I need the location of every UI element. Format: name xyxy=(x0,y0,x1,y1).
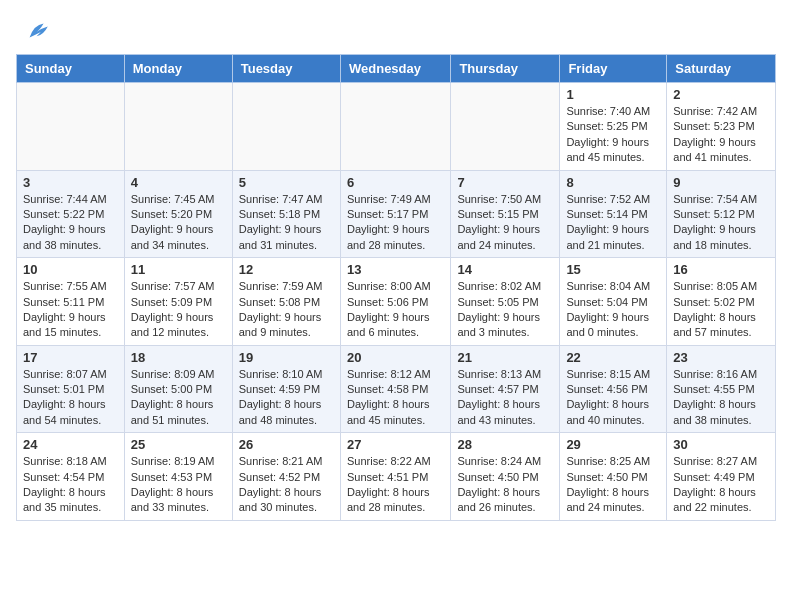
calendar-day-header: Wednesday xyxy=(340,55,450,83)
calendar-cell: 25Sunrise: 8:19 AM Sunset: 4:53 PM Dayli… xyxy=(124,433,232,521)
day-number: 1 xyxy=(566,87,660,102)
day-info: Sunrise: 7:57 AM Sunset: 5:09 PM Dayligh… xyxy=(131,279,226,341)
calendar-cell: 15Sunrise: 8:04 AM Sunset: 5:04 PM Dayli… xyxy=(560,258,667,346)
calendar-cell: 12Sunrise: 7:59 AM Sunset: 5:08 PM Dayli… xyxy=(232,258,340,346)
day-number: 22 xyxy=(566,350,660,365)
day-info: Sunrise: 8:27 AM Sunset: 4:49 PM Dayligh… xyxy=(673,454,769,516)
calendar-cell: 11Sunrise: 7:57 AM Sunset: 5:09 PM Dayli… xyxy=(124,258,232,346)
calendar-cell xyxy=(17,83,125,171)
day-info: Sunrise: 7:40 AM Sunset: 5:25 PM Dayligh… xyxy=(566,104,660,166)
calendar-day-header: Thursday xyxy=(451,55,560,83)
day-number: 17 xyxy=(23,350,118,365)
day-number: 4 xyxy=(131,175,226,190)
calendar-cell: 6Sunrise: 7:49 AM Sunset: 5:17 PM Daylig… xyxy=(340,170,450,258)
calendar-cell xyxy=(232,83,340,171)
logo xyxy=(24,18,56,46)
day-info: Sunrise: 8:04 AM Sunset: 5:04 PM Dayligh… xyxy=(566,279,660,341)
day-number: 18 xyxy=(131,350,226,365)
day-info: Sunrise: 8:18 AM Sunset: 4:54 PM Dayligh… xyxy=(23,454,118,516)
day-info: Sunrise: 8:09 AM Sunset: 5:00 PM Dayligh… xyxy=(131,367,226,429)
calendar-cell: 8Sunrise: 7:52 AM Sunset: 5:14 PM Daylig… xyxy=(560,170,667,258)
calendar-day-header: Saturday xyxy=(667,55,776,83)
calendar-cell: 10Sunrise: 7:55 AM Sunset: 5:11 PM Dayli… xyxy=(17,258,125,346)
calendar-day-header: Sunday xyxy=(17,55,125,83)
calendar-container: SundayMondayTuesdayWednesdayThursdayFrid… xyxy=(0,54,792,533)
calendar-cell: 2Sunrise: 7:42 AM Sunset: 5:23 PM Daylig… xyxy=(667,83,776,171)
calendar-cell: 30Sunrise: 8:27 AM Sunset: 4:49 PM Dayli… xyxy=(667,433,776,521)
calendar-cell: 4Sunrise: 7:45 AM Sunset: 5:20 PM Daylig… xyxy=(124,170,232,258)
day-number: 15 xyxy=(566,262,660,277)
day-info: Sunrise: 7:44 AM Sunset: 5:22 PM Dayligh… xyxy=(23,192,118,254)
day-number: 20 xyxy=(347,350,444,365)
calendar-day-header: Monday xyxy=(124,55,232,83)
day-number: 9 xyxy=(673,175,769,190)
calendar-cell xyxy=(340,83,450,171)
day-info: Sunrise: 8:05 AM Sunset: 5:02 PM Dayligh… xyxy=(673,279,769,341)
day-info: Sunrise: 7:52 AM Sunset: 5:14 PM Dayligh… xyxy=(566,192,660,254)
calendar-cell: 16Sunrise: 8:05 AM Sunset: 5:02 PM Dayli… xyxy=(667,258,776,346)
day-number: 13 xyxy=(347,262,444,277)
day-info: Sunrise: 8:02 AM Sunset: 5:05 PM Dayligh… xyxy=(457,279,553,341)
day-number: 14 xyxy=(457,262,553,277)
day-info: Sunrise: 8:10 AM Sunset: 4:59 PM Dayligh… xyxy=(239,367,334,429)
logo-bird-icon xyxy=(24,18,52,46)
day-number: 24 xyxy=(23,437,118,452)
calendar-cell: 17Sunrise: 8:07 AM Sunset: 5:01 PM Dayli… xyxy=(17,345,125,433)
day-number: 29 xyxy=(566,437,660,452)
day-info: Sunrise: 8:12 AM Sunset: 4:58 PM Dayligh… xyxy=(347,367,444,429)
calendar-header-row: SundayMondayTuesdayWednesdayThursdayFrid… xyxy=(17,55,776,83)
day-info: Sunrise: 8:00 AM Sunset: 5:06 PM Dayligh… xyxy=(347,279,444,341)
day-number: 30 xyxy=(673,437,769,452)
day-number: 19 xyxy=(239,350,334,365)
calendar-cell: 3Sunrise: 7:44 AM Sunset: 5:22 PM Daylig… xyxy=(17,170,125,258)
calendar-cell: 13Sunrise: 8:00 AM Sunset: 5:06 PM Dayli… xyxy=(340,258,450,346)
calendar-cell: 5Sunrise: 7:47 AM Sunset: 5:18 PM Daylig… xyxy=(232,170,340,258)
day-number: 12 xyxy=(239,262,334,277)
calendar-cell: 20Sunrise: 8:12 AM Sunset: 4:58 PM Dayli… xyxy=(340,345,450,433)
day-info: Sunrise: 8:07 AM Sunset: 5:01 PM Dayligh… xyxy=(23,367,118,429)
calendar-cell: 7Sunrise: 7:50 AM Sunset: 5:15 PM Daylig… xyxy=(451,170,560,258)
calendar-cell xyxy=(451,83,560,171)
calendar-cell: 19Sunrise: 8:10 AM Sunset: 4:59 PM Dayli… xyxy=(232,345,340,433)
calendar-cell: 9Sunrise: 7:54 AM Sunset: 5:12 PM Daylig… xyxy=(667,170,776,258)
day-number: 10 xyxy=(23,262,118,277)
day-number: 26 xyxy=(239,437,334,452)
day-info: Sunrise: 7:47 AM Sunset: 5:18 PM Dayligh… xyxy=(239,192,334,254)
day-info: Sunrise: 7:49 AM Sunset: 5:17 PM Dayligh… xyxy=(347,192,444,254)
day-number: 28 xyxy=(457,437,553,452)
day-number: 21 xyxy=(457,350,553,365)
day-info: Sunrise: 8:21 AM Sunset: 4:52 PM Dayligh… xyxy=(239,454,334,516)
calendar-cell: 22Sunrise: 8:15 AM Sunset: 4:56 PM Dayli… xyxy=(560,345,667,433)
calendar-cell: 26Sunrise: 8:21 AM Sunset: 4:52 PM Dayli… xyxy=(232,433,340,521)
calendar-cell: 29Sunrise: 8:25 AM Sunset: 4:50 PM Dayli… xyxy=(560,433,667,521)
calendar-week-row: 17Sunrise: 8:07 AM Sunset: 5:01 PM Dayli… xyxy=(17,345,776,433)
calendar-cell: 21Sunrise: 8:13 AM Sunset: 4:57 PM Dayli… xyxy=(451,345,560,433)
day-info: Sunrise: 7:59 AM Sunset: 5:08 PM Dayligh… xyxy=(239,279,334,341)
day-info: Sunrise: 7:54 AM Sunset: 5:12 PM Dayligh… xyxy=(673,192,769,254)
day-info: Sunrise: 8:22 AM Sunset: 4:51 PM Dayligh… xyxy=(347,454,444,516)
day-info: Sunrise: 8:19 AM Sunset: 4:53 PM Dayligh… xyxy=(131,454,226,516)
calendar-cell xyxy=(124,83,232,171)
day-number: 16 xyxy=(673,262,769,277)
calendar-cell: 28Sunrise: 8:24 AM Sunset: 4:50 PM Dayli… xyxy=(451,433,560,521)
calendar-week-row: 10Sunrise: 7:55 AM Sunset: 5:11 PM Dayli… xyxy=(17,258,776,346)
day-number: 25 xyxy=(131,437,226,452)
calendar-day-header: Tuesday xyxy=(232,55,340,83)
calendar-week-row: 24Sunrise: 8:18 AM Sunset: 4:54 PM Dayli… xyxy=(17,433,776,521)
day-number: 8 xyxy=(566,175,660,190)
calendar-week-row: 1Sunrise: 7:40 AM Sunset: 5:25 PM Daylig… xyxy=(17,83,776,171)
day-number: 6 xyxy=(347,175,444,190)
calendar-cell: 23Sunrise: 8:16 AM Sunset: 4:55 PM Dayli… xyxy=(667,345,776,433)
day-info: Sunrise: 7:55 AM Sunset: 5:11 PM Dayligh… xyxy=(23,279,118,341)
day-number: 11 xyxy=(131,262,226,277)
day-number: 3 xyxy=(23,175,118,190)
day-number: 23 xyxy=(673,350,769,365)
calendar-cell: 14Sunrise: 8:02 AM Sunset: 5:05 PM Dayli… xyxy=(451,258,560,346)
calendar-cell: 1Sunrise: 7:40 AM Sunset: 5:25 PM Daylig… xyxy=(560,83,667,171)
day-number: 27 xyxy=(347,437,444,452)
day-info: Sunrise: 8:25 AM Sunset: 4:50 PM Dayligh… xyxy=(566,454,660,516)
day-info: Sunrise: 8:24 AM Sunset: 4:50 PM Dayligh… xyxy=(457,454,553,516)
calendar-cell: 27Sunrise: 8:22 AM Sunset: 4:51 PM Dayli… xyxy=(340,433,450,521)
calendar-day-header: Friday xyxy=(560,55,667,83)
calendar-table: SundayMondayTuesdayWednesdayThursdayFrid… xyxy=(16,54,776,521)
